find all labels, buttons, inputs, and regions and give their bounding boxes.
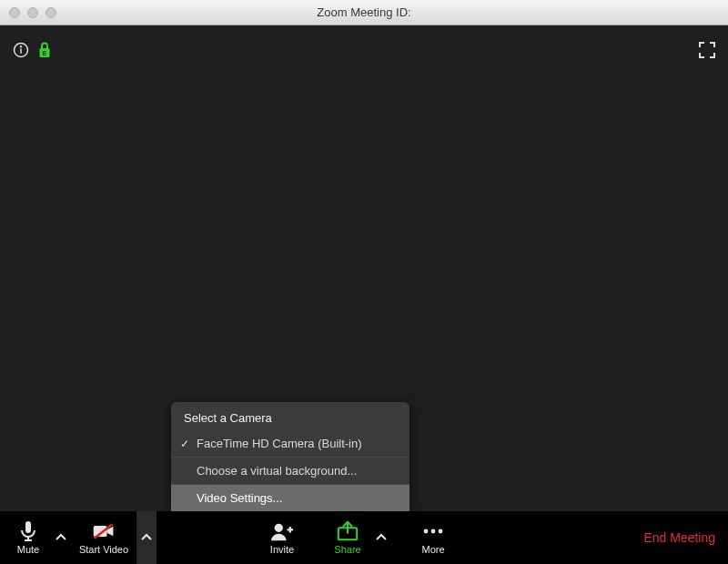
microphone-icon (16, 520, 40, 542)
svg-point-9 (275, 524, 283, 532)
audio-options-caret[interactable] (51, 511, 71, 564)
more-label: More (421, 544, 444, 555)
end-meeting-label: End Meeting (643, 530, 715, 545)
camera-option-item[interactable]: FaceTime HD Camera (Built-in) (171, 430, 410, 457)
svg-point-15 (439, 529, 443, 534)
mute-label: Mute (17, 544, 39, 555)
invite-button[interactable]: Invite (257, 511, 308, 564)
close-window-button[interactable] (9, 7, 20, 18)
window-titlebar: Zoom Meeting ID: (0, 0, 728, 25)
end-meeting-button[interactable]: End Meeting (643, 511, 715, 564)
svg-rect-4 (25, 521, 31, 533)
window-title: Zoom Meeting ID: (0, 5, 728, 19)
menu-item-label: Video Settings... (197, 491, 282, 505)
video-settings-item[interactable]: Video Settings... (171, 485, 410, 511)
menu-item-label: Choose a virtual background... (197, 464, 357, 478)
svg-rect-11 (289, 527, 291, 533)
choose-virtual-background-item[interactable]: Choose a virtual background... (171, 458, 410, 484)
invite-icon (270, 520, 294, 542)
more-button[interactable]: More (411, 511, 455, 564)
video-options-popup: Select a Camera FaceTime HD Camera (Buil… (171, 402, 410, 511)
meeting-video-area: E Select a Camera FaceTime HD Camera (Bu… (0, 25, 728, 511)
share-options-caret[interactable] (371, 511, 391, 564)
invite-label: Invite (270, 544, 294, 555)
enter-fullscreen-icon[interactable] (699, 45, 715, 61)
svg-point-14 (431, 529, 436, 534)
minimize-window-button[interactable] (27, 7, 38, 18)
meeting-controls-bar: Mute Start Video (0, 511, 728, 564)
video-options-caret[interactable] (136, 511, 157, 564)
camera-option-label: FaceTime HD Camera (Built-in) (197, 437, 362, 450)
info-icon[interactable] (13, 42, 29, 62)
share-label: Share (334, 544, 360, 555)
encryption-letter: E (43, 50, 47, 56)
zoom-window-button[interactable] (46, 7, 56, 18)
popup-header: Select a Camera (171, 402, 410, 430)
svg-point-13 (424, 529, 429, 534)
share-button[interactable]: Share (324, 511, 371, 564)
start-video-label: Start Video (79, 544, 128, 555)
more-icon (421, 520, 445, 542)
svg-point-2 (20, 45, 22, 47)
encryption-lock-icon[interactable]: E (38, 42, 51, 62)
mute-button[interactable]: Mute (5, 511, 51, 564)
window-traffic-lights (9, 7, 56, 18)
start-video-button[interactable]: Start Video (71, 511, 136, 564)
share-screen-icon (336, 520, 359, 542)
video-off-icon (92, 520, 116, 542)
